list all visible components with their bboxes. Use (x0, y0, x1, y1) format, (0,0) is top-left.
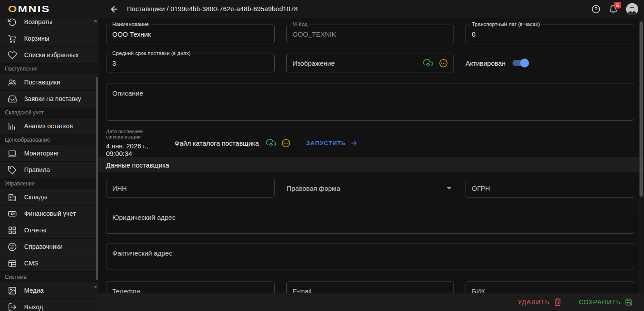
transport-lag-field-label: Транспортный лаг (в часах) (470, 21, 542, 27)
last-sync-label: Дата последней синхронизации (106, 129, 174, 139)
sidebar-item-logout[interactable]: Выход (0, 299, 98, 311)
mcode-field: М-Код (286, 25, 454, 43)
avatar[interactable] (626, 3, 638, 15)
actual-address-textarea[interactable] (106, 244, 634, 269)
sidebar-item-label: Выход (24, 303, 43, 311)
sidebar-section-label: Складской учет (5, 109, 44, 116)
sidebar-item-label: Возвраты (24, 18, 52, 25)
activated-toggle[interactable] (513, 60, 527, 66)
arrow-right-icon (350, 139, 358, 147)
transport-lag-field[interactable]: Транспортный лаг (в часах) (466, 25, 634, 43)
sidebar-section-label: Поступления (5, 66, 38, 72)
activated-label: Активирован (466, 59, 505, 67)
image-field[interactable]: Изображение (286, 54, 454, 72)
sidebar-item-reports[interactable]: Отчеты (0, 222, 98, 239)
legal-address-textarea[interactable] (106, 208, 634, 233)
ogrn-field[interactable] (466, 179, 634, 198)
image-field-label: Изображение (292, 59, 423, 67)
grid-icon (7, 225, 17, 235)
more-options-icon[interactable] (438, 58, 448, 68)
logo-letter-o: O (8, 4, 18, 14)
people-icon (7, 77, 17, 87)
money-icon (7, 209, 17, 219)
main-scrollbar[interactable] (640, 21, 643, 197)
delete-button[interactable]: УДАЛИТЬ (518, 298, 562, 306)
topbar-actions: 5 (591, 3, 644, 15)
app-logo[interactable]: OMNIS (8, 4, 50, 14)
legal-address-field[interactable] (106, 208, 634, 234)
sidebar-item-returns[interactable]: Возвраты (0, 18, 98, 30)
sidebar-item-label: Отчеты (24, 227, 46, 234)
sidebar-item-label: Заявки на поставку (24, 95, 81, 102)
supplier-form: Наименование М-Код Транспортный лаг (в ч… (98, 18, 644, 311)
return-icon (7, 18, 17, 27)
avg-delivery-field-label: Средний срок поставки (в днях) (110, 50, 192, 56)
inbox-icon (7, 94, 17, 104)
sidebar: ВозвратыКорзиныСписки избранныхПоступлен… (0, 18, 98, 311)
sidebar-scroll-down-icon[interactable] (94, 286, 97, 288)
sidebar-item-label: CMS (24, 260, 38, 267)
sidebar-item-warehouses[interactable]: Склады (0, 189, 98, 206)
sidebar-item-wishlists[interactable]: Списки избранных (0, 47, 98, 63)
form-row-2: Средний срок поставки (в днях) Изображен… (106, 54, 634, 72)
toggle-thumb (520, 59, 529, 67)
sidebar-scroll-up-icon[interactable] (94, 20, 97, 22)
transport-lag-input[interactable] (466, 30, 634, 38)
sidebar-item-label: Анализ остатков (24, 122, 73, 130)
name-field-label: Наименование (110, 21, 151, 27)
monitor-icon (7, 148, 17, 158)
sidebar-item-rules[interactable]: Правила (0, 162, 98, 178)
ogrn-input[interactable] (466, 185, 634, 192)
sidebar-item-media[interactable]: Медиа (0, 282, 98, 299)
back-arrow-icon[interactable] (109, 4, 119, 14)
legal-form-select[interactable]: Правовая форма (286, 179, 454, 198)
inn-field[interactable] (106, 179, 275, 198)
name-field[interactable]: Наименование (106, 25, 275, 43)
description-textarea[interactable] (106, 84, 634, 120)
topbar: OMNIS Поставщики / 0199e4bb-3800-762e-a4… (0, 0, 644, 18)
sidebar-section-label: Управление (5, 181, 35, 187)
sidebar-item-directories[interactable]: Справочники (0, 239, 98, 255)
sidebar-item-label: Справочники (24, 243, 63, 250)
sidebar-section-pricing: Ценообразование (0, 134, 98, 145)
form-row-inn: Правовая форма (106, 179, 634, 198)
catalog-upload-cloud-icon[interactable] (266, 138, 276, 148)
form-row-1: Наименование М-Код Транспортный лаг (в ч… (106, 25, 634, 43)
sidebar-item-label: Мониторинг (24, 150, 59, 157)
description-field[interactable] (106, 84, 634, 121)
mcode-input (287, 30, 453, 38)
tag-icon (7, 165, 17, 175)
avg-delivery-input[interactable] (106, 59, 274, 67)
actual-address-field[interactable] (106, 244, 634, 269)
sidebar-item-cms[interactable]: CMS (0, 255, 98, 272)
logo-area: OMNIS (0, 0, 98, 18)
run-button[interactable]: ЗАПУСТИТЬ (306, 139, 358, 147)
sidebar-item-financial-accounting[interactable]: Финансовый учет (0, 206, 98, 222)
sidebar-item-supply-requests[interactable]: Заявки на поставку (0, 91, 98, 107)
sidebar-section-warehouse-accounting: Складской учет (0, 107, 98, 118)
building-icon (7, 192, 17, 202)
sidebar-item-carts[interactable]: Корзины (0, 30, 98, 47)
sidebar-section-label: Система (5, 274, 26, 280)
sidebar-item-label: Поставщики (24, 79, 60, 86)
last-sync-value: 4 янв. 2026 г., 09:00:34 (106, 142, 174, 157)
help-icon[interactable] (591, 4, 601, 14)
sidebar-item-suppliers[interactable]: Поставщики (0, 74, 98, 91)
sidebar-item-stock-analysis[interactable]: Анализ остатков (0, 118, 98, 134)
inn-input[interactable] (106, 185, 274, 192)
avg-delivery-field[interactable]: Средний срок поставки (в днях) (106, 54, 275, 72)
catalog-file-label: Файл каталога поставщика (174, 139, 259, 147)
catalog-more-options-icon[interactable] (281, 138, 291, 148)
name-input[interactable] (106, 30, 274, 38)
sidebar-item-monitoring[interactable]: Мониторинг (0, 145, 98, 162)
last-sync-block: Дата последней синхронизации 4 янв. 2026… (106, 129, 174, 157)
supplier-data-section-header: Данные поставщика (98, 157, 644, 172)
sidebar-item-label: Финансовый учет (24, 210, 76, 217)
sidebar-scrollbar[interactable] (96, 77, 98, 280)
sidebar-section-system: Система (0, 272, 98, 282)
section-title: Данные поставщика (106, 161, 169, 169)
save-button[interactable]: СОХРАНИТЬ (579, 298, 633, 306)
sidebar-item-label: Списки избранных (24, 51, 79, 59)
upload-cloud-icon[interactable] (423, 58, 433, 68)
notifications-bell-icon[interactable]: 5 (609, 4, 619, 14)
